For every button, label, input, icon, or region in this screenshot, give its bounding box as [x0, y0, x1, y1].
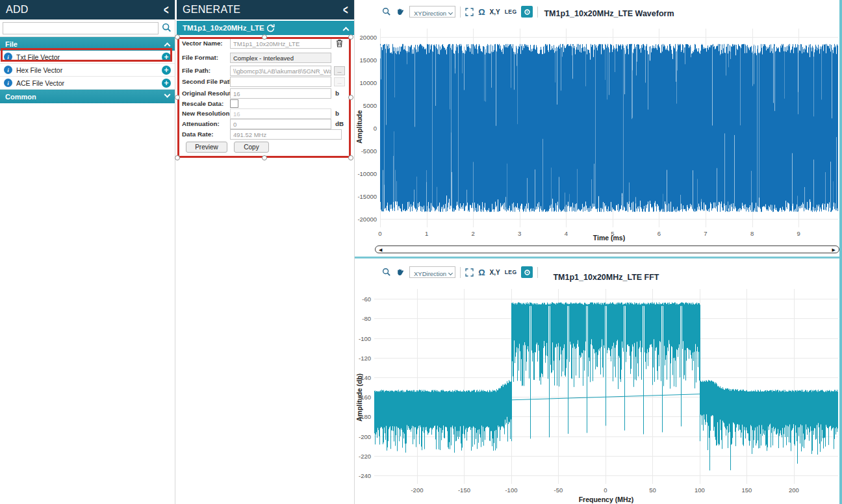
vertical-scrollbar[interactable] [839, 0, 842, 504]
field-label: Attenuation: [182, 120, 220, 127]
ytick-label: -120 [359, 354, 374, 361]
search-input[interactable] [3, 22, 159, 34]
field-label: File Format: [182, 54, 218, 61]
ytick-label: -180 [359, 413, 374, 420]
waveform-ylabel: Amplitude [355, 78, 363, 175]
add-plus-icon[interactable]: + [162, 66, 171, 75]
form-row: Data Rate:491.52 MHz [177, 129, 354, 140]
fft-xlabel: Frequency (MHz) [374, 496, 838, 503]
form-row: File Path:\\gbomcp3\LAB\akumar8\5GNR_Wav… [177, 66, 354, 77]
add-plus-icon[interactable]: + [162, 79, 171, 88]
add-panel-header: ADD < [0, 0, 175, 19]
chevron-up-icon[interactable] [343, 27, 350, 33]
xtick-label: 0 [604, 484, 607, 494]
xtick-label: -150 [458, 484, 470, 494]
browse-button[interactable]: ... [334, 66, 345, 75]
ytick-label: -200 [359, 433, 374, 440]
field-input[interactable]: 491.52 MHz [230, 129, 342, 140]
vector-header-name: TM1p1_10x20MHz_LTE [183, 24, 266, 32]
ytick-label: 5000 [363, 102, 380, 109]
field-input[interactable]: TM1p1_10x20MHz_LTE [230, 38, 331, 49]
ytick-label: 10000 [360, 79, 380, 86]
info-icon[interactable]: i [4, 66, 12, 74]
scroll-right-icon[interactable]: ▶ [832, 247, 836, 253]
copy-button[interactable]: Copy [234, 142, 269, 153]
waveform-chart-title: TM1p1_10x20MHz_LTE Waveform [380, 9, 838, 18]
field-label: Vector Name: [182, 40, 223, 47]
add-plus-icon[interactable]: + [162, 53, 171, 62]
vector-header[interactable]: TM1p1_10x20MHz_LTE [177, 21, 354, 35]
fft-canvas[interactable] [374, 289, 838, 484]
trash-icon[interactable] [335, 38, 344, 51]
info-icon[interactable]: i [4, 79, 12, 87]
list-item[interactable]: iTxt File Vector+ [0, 51, 175, 64]
field-input[interactable]: 16 [230, 108, 331, 119]
ytick-label: -80 [362, 315, 374, 322]
add-sections: FileiTxt File Vector+iHex File Vector+iA… [0, 37, 175, 103]
list-item[interactable]: iACE File Vector+ [0, 77, 175, 90]
item-label: Txt File Vector [16, 53, 162, 61]
xtick-label: -200 [411, 484, 423, 494]
chevron-up-icon [164, 42, 171, 49]
field-label: Data Rate: [182, 131, 213, 138]
list-item[interactable]: iHex File Vector+ [0, 64, 175, 77]
browse-button-disabled: ... [334, 77, 345, 86]
ytick-label: -20000 [357, 215, 380, 222]
rescale-checkbox[interactable] [230, 99, 238, 108]
ytick-label: 0 [374, 125, 380, 132]
fft-chart: XYDirection Ω X,Y LEG TM1p1_10x20MHz_LTE… [355, 259, 842, 504]
select-value: Complex - Interleaved [233, 55, 294, 62]
preview-button[interactable]: Preview [186, 142, 227, 153]
form-row: Original Resolution:16b [177, 88, 354, 99]
xtick-label: 150 [742, 484, 752, 494]
xtick-label: -50 [554, 484, 563, 494]
info-icon[interactable]: i [4, 53, 12, 61]
field-input[interactable]: \\gbomcp3\LAB\akumar8\5GNR_Waveforms' [230, 66, 331, 76]
xtick-label: 100 [695, 484, 705, 494]
unit-label: b [335, 110, 339, 117]
field-label: File Path: [182, 67, 210, 74]
form-row: Vector Name:TM1p1_10x20MHz_LTE [177, 38, 354, 49]
ytick-label: -160 [359, 394, 374, 401]
waveform-plot[interactable]: 20000150001000050000-5000-10000-15000-20… [380, 29, 838, 227]
waveform-canvas[interactable] [380, 29, 838, 227]
collapse-left-icon[interactable]: < [164, 3, 169, 18]
ytick-label: -240 [359, 472, 374, 479]
xtick-label: 200 [789, 484, 799, 494]
ytick-label: -140 [359, 374, 374, 381]
field-input[interactable]: 16 [230, 88, 331, 99]
search-icon[interactable] [162, 23, 172, 32]
unit-label: b [335, 90, 339, 97]
scroll-left-icon[interactable]: ◀ [379, 247, 382, 253]
section-header-common[interactable]: Common [0, 90, 175, 103]
horizontal-scrollbar[interactable]: ◀ ▶ [375, 246, 839, 253]
waveform-xlabel: Time (ms) [380, 234, 838, 242]
form-row: New Resolution:16b [177, 108, 354, 120]
ytick-label: 20000 [360, 34, 380, 41]
chart-area: XYDirection Ω X,Y LEG TM1p1_10x20MHz_LTE… [355, 0, 842, 504]
unit-label: dB [335, 120, 344, 127]
ytick-label: -5000 [361, 147, 380, 154]
fft-plot[interactable]: -60-80-100-120-140-160-180-200-220-240-2… [374, 289, 838, 484]
item-label: Hex File Vector [16, 66, 162, 74]
add-panel-title: ADD [6, 4, 164, 16]
form-row: File Format:Complex - Interleaved [177, 53, 354, 64]
section-header-file[interactable]: File [0, 37, 175, 51]
waveform-chart: XYDirection Ω X,Y LEG TM1p1_10x20MHz_LTE… [355, 0, 842, 257]
chevron-down-icon [164, 92, 171, 98]
field-input[interactable]: 0 [230, 119, 331, 129]
xtick-label: -100 [505, 484, 517, 494]
ytick-label: -220 [359, 452, 374, 459]
form-row: Second File Path:... [177, 77, 354, 88]
file-format-select[interactable]: Complex - Interleaved [230, 53, 331, 63]
item-label: ACE File Vector [16, 79, 162, 87]
generate-panel: GENERATE < TM1p1_10x20MHz_LTE Vector Nam… [177, 0, 355, 504]
collapse-generate-icon[interactable]: < [343, 3, 348, 18]
field-input[interactable] [230, 77, 331, 87]
refresh-icon[interactable] [266, 23, 275, 33]
field-label: Second File Path: [182, 78, 235, 85]
search-row [0, 19, 175, 37]
form-row: Attenuation:0dB [177, 119, 354, 130]
fft-chart-title: TM1p1_10x20MHz_LTE FFT [374, 273, 838, 282]
ytick-label: 15000 [360, 57, 380, 64]
